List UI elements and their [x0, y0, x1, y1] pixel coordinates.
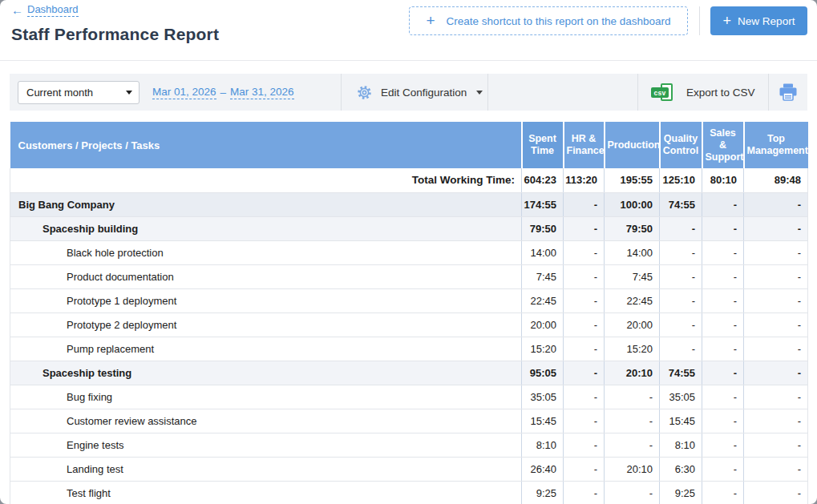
value-cell: 15:20 [522, 337, 564, 361]
csv-badge: csv [651, 87, 669, 98]
create-shortcut-button[interactable]: + Create shortcut to this report on the … [409, 6, 688, 35]
table-row: Spaceship testing95:05-20:1074:55-- [10, 361, 808, 385]
staff-performance-report-page: ← Dashboard Staff Performance Report + C… [0, 0, 817, 504]
value-cell: 14:00 [522, 240, 564, 264]
period-select[interactable]: Current month [18, 81, 140, 104]
value-cell: - [744, 409, 808, 433]
value-cell: - [744, 240, 808, 264]
total-row: Total Working Time: 604:23 113:20 195:55… [10, 168, 808, 192]
value-cell: - [702, 264, 744, 288]
value-cell: - [744, 216, 808, 240]
edit-configuration-button[interactable]: Edit Configuration [342, 84, 487, 101]
plus-icon: + [723, 13, 732, 30]
value-cell: - [702, 312, 744, 337]
value-cell: - [605, 433, 660, 457]
value-cell: 22:45 [605, 288, 660, 312]
value-cell: - [564, 216, 605, 240]
table-row: Pump replacement15:20-15:20--- [10, 337, 808, 361]
row-label: Prototype 2 deployment [10, 312, 522, 337]
table-header: Customers / Projects / Tasks Spent TimeH… [10, 122, 808, 168]
table-row: Engine tests8:10--8:10-- [10, 433, 808, 457]
table-row: Prototype 1 deployment22:45-22:45--- [10, 288, 808, 312]
table-row: Landing test26:40-20:106:30-- [10, 457, 808, 481]
page-header: ← Dashboard Staff Performance Report + C… [0, 0, 817, 61]
create-shortcut-label: Create shortcut to this report on the da… [447, 15, 671, 27]
value-cell: - [605, 481, 660, 504]
value-cell: - [564, 481, 605, 504]
column-header-sales-support: Sales & Support [702, 122, 744, 168]
row-label: Spaceship building [10, 216, 522, 240]
value-cell: - [564, 361, 605, 385]
value-cell: 6:30 [660, 457, 702, 481]
value-cell: - [564, 337, 605, 361]
value-cell: - [702, 192, 744, 216]
new-report-button[interactable]: + New Report [710, 6, 807, 35]
total-value-cell: 89:48 [744, 168, 808, 192]
value-cell: - [744, 481, 808, 504]
value-cell: 22:45 [522, 288, 564, 312]
value-cell: - [702, 240, 744, 264]
value-cell: - [564, 409, 605, 433]
row-label: Customer review assistance [10, 409, 522, 433]
value-cell: - [702, 481, 744, 504]
csv-file-icon: csv [651, 83, 677, 101]
total-value-cell: 125:10 [660, 168, 702, 192]
back-to-dashboard-link[interactable]: ← Dashboard [11, 3, 79, 17]
value-cell: 35:05 [660, 385, 702, 409]
value-cell: 20:00 [605, 312, 660, 337]
value-cell: 9:25 [522, 481, 564, 504]
value-cell: 20:10 [605, 457, 660, 481]
period-select-wrap: Current month [18, 81, 140, 104]
table-row: Customer review assistance15:45--15:45-- [10, 409, 808, 433]
report-toolbar: Current month Mar 01, 2026 – Mar 31, 202… [10, 74, 807, 111]
row-label: Pump replacement [10, 337, 522, 361]
column-header-hr-finance: HR & Finance [564, 122, 605, 168]
header-row: Customers / Projects / Tasks Spent TimeH… [10, 122, 808, 168]
table-row: Spaceship building79:50-79:50--- [10, 216, 808, 240]
export-to-csv-button[interactable]: csv Export to CSV [638, 83, 768, 101]
value-cell: 20:00 [522, 312, 564, 337]
value-cell: - [660, 288, 702, 312]
value-cell: - [702, 409, 744, 433]
value-cell: - [744, 385, 808, 409]
total-value-cell: 80:10 [702, 168, 744, 192]
value-cell: - [744, 433, 808, 457]
row-label: Landing test [10, 457, 522, 481]
value-cell: - [564, 312, 605, 337]
column-header-quality-control: Quality Control [660, 122, 702, 168]
value-cell: - [702, 457, 744, 481]
value-cell: - [744, 361, 808, 385]
table-row: Prototype 2 deployment20:00-20:00--- [10, 312, 808, 337]
back-arrow-icon: ← [11, 4, 23, 16]
date-from-link[interactable]: Mar 01, 2026 [152, 86, 216, 99]
value-cell: - [660, 240, 702, 264]
plus-icon: + [426, 12, 435, 30]
value-cell: - [605, 409, 660, 433]
value-cell: 35:05 [522, 385, 564, 409]
staff-performance-table: Customers / Projects / Tasks Spent TimeH… [10, 122, 808, 504]
date-to-link[interactable]: Mar 31, 2026 [230, 86, 294, 99]
value-cell: 9:25 [660, 481, 702, 504]
value-cell: - [660, 216, 702, 240]
row-label: Engine tests [10, 433, 522, 457]
row-label: Black hole protection [10, 240, 522, 264]
table-row: Product documentation7:45-7:45--- [10, 264, 808, 288]
row-label: Spaceship testing [10, 361, 522, 385]
value-cell: - [702, 361, 744, 385]
value-cell: 174:55 [522, 192, 564, 216]
table-body: Total Working Time: 604:23 113:20 195:55… [10, 168, 808, 504]
column-header-production: Production [605, 122, 660, 168]
row-label: Big Bang Company [10, 192, 522, 216]
toolbar-divider [487, 74, 488, 111]
value-cell: - [744, 457, 808, 481]
new-report-label: New Report [738, 15, 795, 27]
value-cell: 14:00 [605, 240, 660, 264]
value-cell: - [660, 312, 702, 337]
value-cell: 100:00 [605, 192, 660, 216]
value-cell: 15:20 [605, 337, 660, 361]
value-cell: 74:55 [660, 361, 702, 385]
value-cell: 8:10 [522, 433, 564, 457]
print-button[interactable] [769, 83, 807, 102]
value-cell: - [564, 192, 605, 216]
value-cell: - [660, 337, 702, 361]
